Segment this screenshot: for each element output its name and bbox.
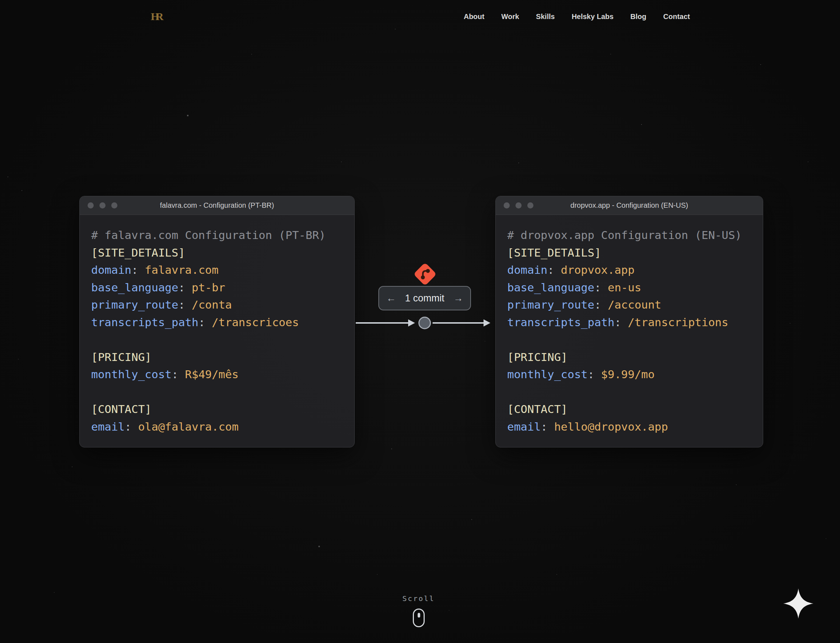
code-key: domain xyxy=(507,263,547,276)
code-value: R$49/mês xyxy=(178,368,239,381)
code-line xyxy=(507,331,751,348)
code-line: primary_route: /conta xyxy=(91,296,343,313)
commit-node xyxy=(419,317,430,329)
code-value: $9.99/mo xyxy=(595,368,655,381)
code-line: [CONTACT] xyxy=(507,400,751,418)
traffic-light-minimize-icon xyxy=(515,202,521,209)
window-title: dropvox.app - Configuration (EN-US) xyxy=(496,201,763,210)
arrowhead-icon xyxy=(484,319,490,326)
code-section: [CONTACT] xyxy=(507,403,567,416)
config-code: # dropvox.app Configuration (EN-US)[SITE… xyxy=(496,215,763,447)
code-line xyxy=(91,331,343,348)
sparkle-icon xyxy=(783,588,814,621)
git-logo-icon xyxy=(411,260,440,290)
code-colon: : xyxy=(131,263,138,276)
right-arrow-icon[interactable]: → xyxy=(453,293,463,304)
code-line: base_language: en-us xyxy=(507,279,751,296)
code-section: [SITE_DETAILS] xyxy=(507,246,601,259)
traffic-light-minimize-icon xyxy=(100,202,106,209)
code-key: primary_route xyxy=(507,298,595,311)
code-section: [SITE_DETAILS] xyxy=(91,246,185,259)
commit-count-pill[interactable]: ← 1 commit → xyxy=(378,286,471,310)
code-line: [SITE_DETAILS] xyxy=(507,244,751,261)
traffic-light-close-icon xyxy=(88,202,94,209)
code-section: [CONTACT] xyxy=(91,403,152,416)
code-line: # falavra.com Configuration (PT-BR) xyxy=(91,227,343,244)
code-value: en-us xyxy=(601,281,641,294)
code-key: email xyxy=(91,420,124,433)
code-value: /transcriptions xyxy=(621,316,728,329)
nav-item-contact[interactable]: Contact xyxy=(664,13,690,21)
code-value: /transcricoes xyxy=(205,316,299,329)
code-value: /conta xyxy=(185,298,232,311)
code-value: dropvox.app xyxy=(554,263,635,276)
code-section: [PRICING] xyxy=(91,351,152,364)
code-line xyxy=(507,383,751,401)
code-value: /account xyxy=(601,298,661,311)
code-value: ola@falavra.com xyxy=(131,420,239,433)
code-line xyxy=(91,383,343,401)
code-colon: : xyxy=(178,298,185,311)
code-line: base_language: pt-br xyxy=(91,279,343,296)
nav-item-work[interactable]: Work xyxy=(501,13,519,21)
code-value: hello@dropvox.app xyxy=(547,420,668,433)
code-key: monthly_cost xyxy=(91,368,172,381)
traffic-lights xyxy=(88,202,118,209)
code-colon: : xyxy=(588,368,595,381)
window-title: falavra.com - Configuration (PT-BR) xyxy=(80,201,354,210)
code-colon: : xyxy=(124,420,131,433)
code-key: email xyxy=(507,420,541,433)
code-line: transcripts_path: /transcriptions xyxy=(507,313,751,331)
window-titlebar: falavra.com - Configuration (PT-BR) xyxy=(80,196,354,215)
code-line: monthly_cost: $9.99/mo xyxy=(507,366,751,383)
code-line: [PRICING] xyxy=(507,348,751,366)
code-colon: : xyxy=(595,281,601,294)
code-key: base_language xyxy=(91,281,178,294)
code-colon: : xyxy=(614,316,621,329)
nav-item-helsky-labs[interactable]: Helsky Labs xyxy=(572,13,613,21)
traffic-lights xyxy=(503,202,533,209)
window-titlebar: dropvox.app - Configuration (EN-US) xyxy=(496,196,763,215)
code-line: [PRICING] xyxy=(91,348,343,366)
code-line: [CONTACT] xyxy=(91,400,343,418)
code-value: pt-br xyxy=(185,281,225,294)
scroll-label: Scroll xyxy=(0,594,837,603)
code-comment: # falavra.com Configuration (PT-BR) xyxy=(91,228,325,242)
arrowhead-icon xyxy=(408,319,415,326)
nav-item-about[interactable]: About xyxy=(464,13,485,21)
site-logo[interactable]: HR xyxy=(151,10,164,23)
code-key: domain xyxy=(91,263,131,276)
code-colon: : xyxy=(595,298,601,311)
code-line: email: hello@dropvox.app xyxy=(507,418,751,436)
code-colon: : xyxy=(198,316,205,329)
left-arrow-icon[interactable]: ← xyxy=(386,293,396,304)
code-colon: : xyxy=(541,420,547,433)
top-navigation: HR About Work Skills Helsky Labs Blog Co… xyxy=(151,0,690,33)
code-line: monthly_cost: R$49/mês xyxy=(91,366,343,383)
commit-count-label: 1 commit xyxy=(405,293,445,304)
code-value: falavra.com xyxy=(138,263,219,276)
code-line: email: ola@falavra.com xyxy=(91,418,343,436)
config-code: # falavra.com Configuration (PT-BR)[SITE… xyxy=(80,215,354,447)
code-key: primary_route xyxy=(91,298,178,311)
code-key: base_language xyxy=(507,281,595,294)
nav-item-skills[interactable]: Skills xyxy=(536,13,555,21)
code-key: transcripts_path xyxy=(91,316,198,329)
mouse-scroll-icon xyxy=(413,609,425,627)
starfield-background xyxy=(0,0,1,1)
traffic-light-zoom-icon xyxy=(111,202,118,209)
traffic-light-close-icon xyxy=(503,202,510,209)
code-colon: : xyxy=(178,281,185,294)
code-key: transcripts_path xyxy=(507,316,614,329)
code-colon: : xyxy=(547,263,554,276)
code-comment: # dropvox.app Configuration (EN-US) xyxy=(507,228,742,242)
config-window-dropvox: dropvox.app - Configuration (EN-US) # dr… xyxy=(495,196,763,447)
code-key: monthly_cost xyxy=(507,368,588,381)
diff-flow-line xyxy=(356,313,493,335)
code-colon: : xyxy=(172,368,178,381)
nav-item-blog[interactable]: Blog xyxy=(630,13,646,21)
traffic-light-zoom-icon xyxy=(527,202,533,209)
mouse-wheel-dot xyxy=(417,613,420,617)
code-line: [SITE_DETAILS] xyxy=(91,244,343,261)
nav-menu: About Work Skills Helsky Labs Blog Conta… xyxy=(464,13,690,21)
